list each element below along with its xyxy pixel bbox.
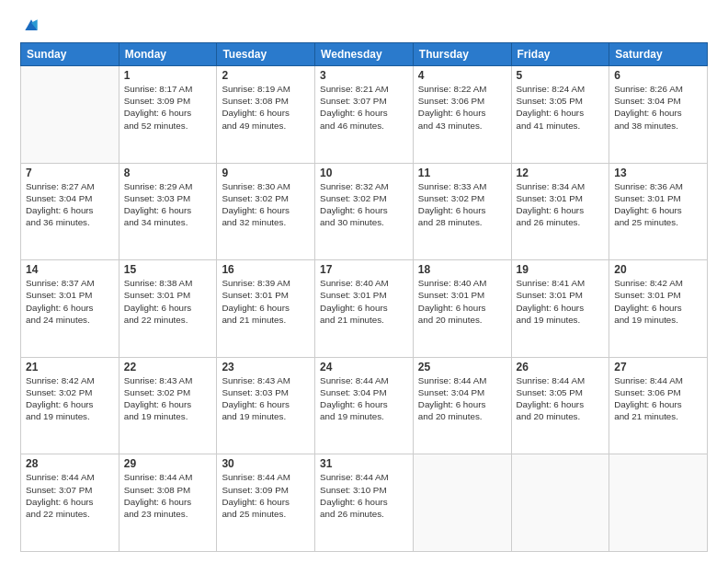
- day-number: 11: [418, 167, 506, 179]
- calendar-day-23: 23Sunrise: 8:43 AM Sunset: 3:03 PM Dayli…: [217, 357, 315, 454]
- empty-cell: [21, 66, 119, 164]
- day-number: 15: [124, 263, 212, 276]
- calendar-header-row: SundayMondayTuesdayWednesdayThursdayFrid…: [21, 43, 708, 66]
- day-number: 30: [222, 457, 310, 470]
- calendar-day-20: 20Sunrise: 8:42 AM Sunset: 3:01 PM Dayli…: [609, 260, 708, 358]
- calendar-day-12: 12Sunrise: 8:34 AM Sunset: 3:01 PM Dayli…: [511, 163, 609, 260]
- calendar-day-28: 28Sunrise: 8:44 AM Sunset: 3:07 PM Dayli…: [21, 454, 119, 552]
- day-number: 26: [517, 361, 605, 373]
- day-number: 3: [320, 69, 408, 82]
- day-header-sunday: Sunday: [21, 43, 119, 66]
- day-info: Sunrise: 8:37 AM Sunset: 3:01 PM Dayligh…: [26, 277, 114, 326]
- day-number: 12: [517, 167, 605, 179]
- day-info: Sunrise: 8:30 AM Sunset: 3:02 PM Dayligh…: [222, 180, 310, 229]
- calendar-table: SundayMondayTuesdayWednesdayThursdayFrid…: [20, 42, 708, 552]
- week-row-2: 7Sunrise: 8:27 AM Sunset: 3:04 PM Daylig…: [21, 163, 708, 260]
- day-number: 28: [26, 457, 114, 470]
- calendar-day-24: 24Sunrise: 8:44 AM Sunset: 3:04 PM Dayli…: [315, 357, 414, 454]
- day-number: 10: [320, 167, 408, 179]
- day-info: Sunrise: 8:39 AM Sunset: 3:01 PM Dayligh…: [222, 277, 310, 326]
- logo-icon: [22, 17, 40, 35]
- calendar-day-16: 16Sunrise: 8:39 AM Sunset: 3:01 PM Dayli…: [217, 260, 315, 358]
- day-number: 2: [222, 69, 310, 82]
- calendar-day-13: 13Sunrise: 8:36 AM Sunset: 3:01 PM Dayli…: [609, 163, 708, 260]
- day-number: 20: [614, 263, 702, 276]
- day-header-tuesday: Tuesday: [217, 43, 315, 66]
- calendar-day-17: 17Sunrise: 8:40 AM Sunset: 3:01 PM Dayli…: [315, 260, 414, 358]
- day-info: Sunrise: 8:44 AM Sunset: 3:04 PM Dayligh…: [418, 374, 506, 423]
- day-info: Sunrise: 8:44 AM Sunset: 3:07 PM Dayligh…: [26, 471, 114, 520]
- day-info: Sunrise: 8:44 AM Sunset: 3:06 PM Dayligh…: [614, 374, 702, 423]
- calendar-day-19: 19Sunrise: 8:41 AM Sunset: 3:01 PM Dayli…: [511, 260, 609, 358]
- day-number: 1: [124, 69, 212, 82]
- calendar-day-8: 8Sunrise: 8:29 AM Sunset: 3:03 PM Daylig…: [119, 163, 217, 260]
- empty-cell: [413, 454, 511, 552]
- day-number: 31: [320, 457, 408, 470]
- calendar-day-2: 2Sunrise: 8:19 AM Sunset: 3:08 PM Daylig…: [217, 66, 315, 164]
- day-header-thursday: Thursday: [413, 43, 511, 66]
- calendar-day-7: 7Sunrise: 8:27 AM Sunset: 3:04 PM Daylig…: [21, 163, 119, 260]
- calendar-day-26: 26Sunrise: 8:44 AM Sunset: 3:05 PM Dayli…: [511, 357, 609, 454]
- day-number: 25: [418, 361, 506, 373]
- day-info: Sunrise: 8:19 AM Sunset: 3:08 PM Dayligh…: [222, 83, 310, 132]
- calendar-day-18: 18Sunrise: 8:40 AM Sunset: 3:01 PM Dayli…: [413, 260, 511, 358]
- day-info: Sunrise: 8:29 AM Sunset: 3:03 PM Dayligh…: [124, 180, 212, 229]
- calendar-day-14: 14Sunrise: 8:37 AM Sunset: 3:01 PM Dayli…: [21, 260, 119, 358]
- empty-cell: [609, 454, 708, 552]
- calendar-body: 1Sunrise: 8:17 AM Sunset: 3:09 PM Daylig…: [21, 66, 708, 552]
- calendar-day-31: 31Sunrise: 8:44 AM Sunset: 3:10 PM Dayli…: [315, 454, 414, 552]
- day-info: Sunrise: 8:22 AM Sunset: 3:06 PM Dayligh…: [418, 83, 506, 132]
- day-info: Sunrise: 8:17 AM Sunset: 3:09 PM Dayligh…: [124, 83, 212, 132]
- day-info: Sunrise: 8:38 AM Sunset: 3:01 PM Dayligh…: [124, 277, 212, 326]
- day-info: Sunrise: 8:36 AM Sunset: 3:01 PM Dayligh…: [614, 180, 702, 229]
- calendar-day-25: 25Sunrise: 8:44 AM Sunset: 3:04 PM Dayli…: [413, 357, 511, 454]
- week-row-3: 14Sunrise: 8:37 AM Sunset: 3:01 PM Dayli…: [21, 260, 708, 358]
- day-info: Sunrise: 8:41 AM Sunset: 3:01 PM Dayligh…: [517, 277, 605, 326]
- day-number: 19: [517, 263, 605, 276]
- day-number: 24: [320, 361, 408, 373]
- day-info: Sunrise: 8:44 AM Sunset: 3:05 PM Dayligh…: [517, 374, 605, 423]
- calendar-day-22: 22Sunrise: 8:43 AM Sunset: 3:02 PM Dayli…: [119, 357, 217, 454]
- calendar-day-15: 15Sunrise: 8:38 AM Sunset: 3:01 PM Dayli…: [119, 260, 217, 358]
- day-header-friday: Friday: [511, 43, 609, 66]
- day-info: Sunrise: 8:42 AM Sunset: 3:02 PM Dayligh…: [26, 374, 114, 423]
- day-number: 29: [124, 457, 212, 470]
- day-number: 7: [26, 167, 114, 179]
- calendar-day-30: 30Sunrise: 8:44 AM Sunset: 3:09 PM Dayli…: [217, 454, 315, 552]
- logo: [20, 17, 40, 35]
- day-info: Sunrise: 8:21 AM Sunset: 3:07 PM Dayligh…: [320, 83, 408, 132]
- day-number: 17: [320, 263, 408, 276]
- day-info: Sunrise: 8:32 AM Sunset: 3:02 PM Dayligh…: [320, 180, 408, 229]
- day-header-saturday: Saturday: [609, 43, 708, 66]
- day-info: Sunrise: 8:33 AM Sunset: 3:02 PM Dayligh…: [418, 180, 506, 229]
- calendar-day-10: 10Sunrise: 8:32 AM Sunset: 3:02 PM Dayli…: [315, 163, 414, 260]
- day-header-wednesday: Wednesday: [315, 43, 414, 66]
- day-number: 16: [222, 263, 310, 276]
- week-row-4: 21Sunrise: 8:42 AM Sunset: 3:02 PM Dayli…: [21, 357, 708, 454]
- calendar-day-27: 27Sunrise: 8:44 AM Sunset: 3:06 PM Dayli…: [609, 357, 708, 454]
- calendar-day-3: 3Sunrise: 8:21 AM Sunset: 3:07 PM Daylig…: [315, 66, 414, 164]
- day-header-monday: Monday: [119, 43, 217, 66]
- week-row-5: 28Sunrise: 8:44 AM Sunset: 3:07 PM Dayli…: [21, 454, 708, 552]
- page-header: [20, 17, 708, 35]
- day-number: 21: [26, 361, 114, 373]
- calendar-day-5: 5Sunrise: 8:24 AM Sunset: 3:05 PM Daylig…: [511, 66, 609, 164]
- day-info: Sunrise: 8:34 AM Sunset: 3:01 PM Dayligh…: [517, 180, 605, 229]
- day-number: 18: [418, 263, 506, 276]
- day-number: 27: [614, 361, 702, 373]
- calendar-day-29: 29Sunrise: 8:44 AM Sunset: 3:08 PM Dayli…: [119, 454, 217, 552]
- day-number: 14: [26, 263, 114, 276]
- day-number: 6: [614, 69, 702, 82]
- day-info: Sunrise: 8:40 AM Sunset: 3:01 PM Dayligh…: [418, 277, 506, 326]
- day-info: Sunrise: 8:43 AM Sunset: 3:03 PM Dayligh…: [222, 374, 310, 423]
- day-number: 4: [418, 69, 506, 82]
- week-row-1: 1Sunrise: 8:17 AM Sunset: 3:09 PM Daylig…: [21, 66, 708, 164]
- day-number: 8: [124, 167, 212, 179]
- empty-cell: [511, 454, 609, 552]
- calendar-day-4: 4Sunrise: 8:22 AM Sunset: 3:06 PM Daylig…: [413, 66, 511, 164]
- day-number: 9: [222, 167, 310, 179]
- calendar-day-9: 9Sunrise: 8:30 AM Sunset: 3:02 PM Daylig…: [217, 163, 315, 260]
- day-number: 13: [614, 167, 702, 179]
- day-info: Sunrise: 8:27 AM Sunset: 3:04 PM Dayligh…: [26, 180, 114, 229]
- calendar-day-1: 1Sunrise: 8:17 AM Sunset: 3:09 PM Daylig…: [119, 66, 217, 164]
